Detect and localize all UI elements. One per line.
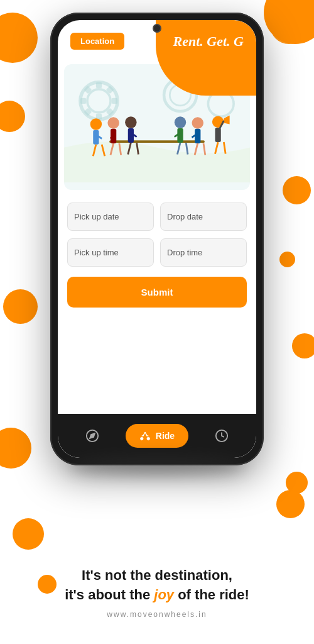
bottom-navigation: Ride: [58, 414, 256, 458]
pickup-date-button[interactable]: Pick up date: [67, 203, 154, 231]
booking-form: Pick up date Drop date Pick up time Drop…: [67, 203, 247, 308]
decorative-circle-7: [292, 333, 314, 358]
drop-time-button[interactable]: Drop time: [160, 238, 247, 267]
location-badge[interactable]: Location: [70, 33, 124, 50]
decorative-circle-4: [0, 101, 25, 132]
decorative-circle-6: [3, 289, 38, 324]
brand-tagline: Rent. Get. G: [173, 33, 244, 50]
svg-rect-15: [93, 130, 99, 145]
website-url: www.moveonwheels.in: [0, 610, 314, 619]
svg-line-43: [215, 142, 219, 154]
tagline: It's not the destination, it's about the…: [0, 566, 314, 605]
svg-rect-35: [195, 129, 200, 143]
phone-outer: Location Rent. Get. G: [50, 13, 264, 465]
decorative-circle-13: [279, 252, 295, 267]
decorative-circle-3: [264, 0, 314, 44]
svg-point-39: [212, 116, 224, 128]
svg-point-14: [90, 118, 102, 130]
tagline-line2-after: of the ride!: [174, 587, 249, 602]
time-row: Pick up time Drop time: [67, 238, 247, 267]
nav-compass-icon[interactable]: [81, 425, 104, 447]
svg-rect-30: [177, 128, 183, 143]
svg-point-29: [175, 116, 187, 128]
bottom-text-area: It's not the destination, it's about the…: [0, 566, 314, 619]
decorative-circle-11: [276, 490, 305, 518]
svg-rect-11: [80, 98, 86, 104]
camera-notch: [153, 24, 161, 33]
tagline-line1: It's not the destination,: [82, 567, 232, 583]
decorative-circle-8: [0, 428, 31, 469]
svg-point-34: [192, 117, 204, 129]
screen-header: Location Rent. Get. G: [58, 33, 256, 50]
svg-rect-5: [96, 82, 102, 88]
pickup-time-button[interactable]: Pick up time: [67, 238, 154, 267]
svg-point-19: [107, 117, 119, 129]
phone-screen: Location Rent. Get. G: [58, 20, 256, 458]
drop-date-button[interactable]: Drop date: [160, 203, 247, 231]
svg-point-48: [147, 437, 150, 440]
svg-line-44: [224, 142, 225, 154]
svg-rect-25: [128, 128, 134, 143]
ride-label: Ride: [156, 431, 175, 441]
svg-marker-46: [90, 433, 95, 438]
svg-point-24: [125, 116, 137, 128]
phone-shadow: [69, 456, 245, 475]
decorative-circle-10: [13, 518, 44, 550]
decorative-circle-5: [283, 176, 311, 204]
svg-rect-40: [215, 128, 221, 142]
svg-point-47: [140, 437, 143, 440]
nav-history-icon[interactable]: [210, 425, 233, 447]
submit-button[interactable]: Submit: [67, 277, 247, 308]
ride-button[interactable]: Ride: [126, 424, 188, 448]
phone-mockup: Location Rent. Get. G: [50, 13, 264, 465]
decorative-circle-1: [0, 13, 38, 63]
svg-rect-7: [112, 98, 117, 104]
svg-point-1: [87, 89, 111, 113]
tagline-line2-before: it's about the: [65, 587, 154, 602]
tagline-joy-word: joy: [154, 587, 174, 602]
date-row: Pick up date Drop date: [67, 203, 247, 231]
